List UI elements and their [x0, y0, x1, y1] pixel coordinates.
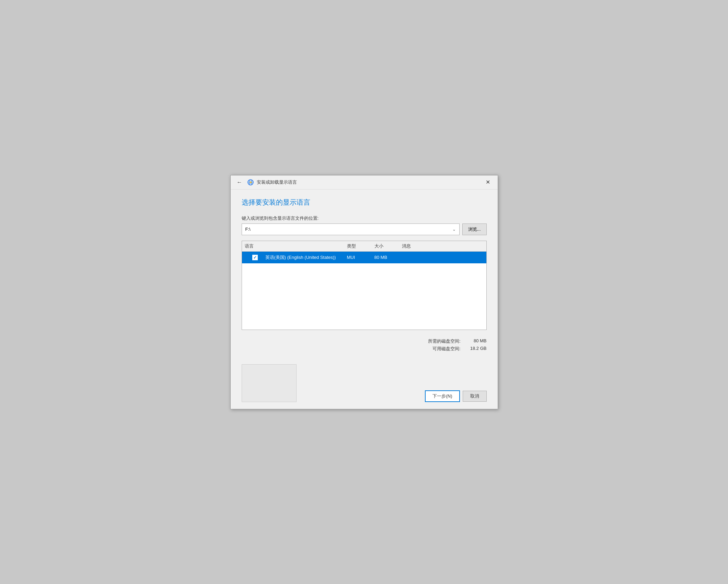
col-message: 消息	[402, 243, 484, 249]
language-checkbox[interactable]: ✓	[252, 255, 258, 260]
section-title: 选择要安装的显示语言	[242, 198, 487, 207]
available-space-row: 可用磁盘空间: 18.2 GB	[432, 346, 487, 352]
bottom-buttons: 下一步(N) 取消	[425, 390, 486, 402]
col-spacer	[265, 243, 347, 249]
language-table: 语言 类型 大小 消息 ✓ 英语(美国) (English (United St…	[242, 241, 487, 330]
col-language: 语言	[245, 243, 265, 249]
instruction-label: 键入或浏览到包含显示语言文件的位置:	[242, 215, 487, 221]
back-button[interactable]: ←	[235, 179, 244, 186]
col-type: 类型	[347, 243, 374, 249]
main-window: ← 安装或卸载显示语言 ✕ 选择要安装的显示语言 键入或浏览到包含显示语言文件的…	[230, 175, 498, 409]
bottom-left-box	[242, 364, 297, 402]
language-name: 英语(美国) (English (United States))	[265, 254, 347, 261]
instruction-section: 键入或浏览到包含显示语言文件的位置: ⌄ 浏览...	[242, 215, 487, 235]
next-button[interactable]: 下一步(N)	[425, 390, 460, 402]
close-button[interactable]: ✕	[482, 178, 494, 186]
browse-button[interactable]: 浏览...	[462, 224, 487, 235]
required-label: 所需的磁盘空间:	[428, 338, 461, 344]
svg-rect-5	[250, 182, 252, 183]
path-input[interactable]	[245, 227, 452, 232]
table-row[interactable]: ✓ 英语(美国) (English (United States)) MUI 8…	[242, 252, 486, 263]
required-space-row: 所需的磁盘空间: 80 MB	[428, 338, 487, 344]
disk-info: 所需的磁盘空间: 80 MB 可用磁盘空间: 18.2 GB	[242, 338, 487, 352]
main-content: 选择要安装的显示语言 键入或浏览到包含显示语言文件的位置: ⌄ 浏览... 语言…	[231, 190, 498, 360]
check-mark: ✓	[253, 255, 257, 260]
required-value: 80 MB	[466, 338, 487, 344]
language-type: MUI	[347, 255, 374, 260]
language-size: 80 MB	[374, 255, 402, 260]
globe-icon	[247, 179, 254, 186]
window-icon	[247, 179, 254, 186]
title-bar: ← 安装或卸载显示语言 ✕	[231, 175, 498, 190]
col-size: 大小	[374, 243, 402, 249]
bottom-section: 下一步(N) 取消	[231, 360, 498, 409]
table-header: 语言 类型 大小 消息	[242, 241, 486, 252]
available-value: 18.2 GB	[466, 346, 487, 352]
path-input-wrapper[interactable]: ⌄	[242, 224, 460, 235]
dropdown-arrow-icon[interactable]: ⌄	[452, 227, 456, 232]
title-text: 安装或卸载显示语言	[257, 179, 297, 185]
cancel-button[interactable]: 取消	[463, 391, 487, 402]
title-bar-left: ← 安装或卸载显示语言	[235, 179, 297, 186]
available-label: 可用磁盘空间:	[432, 346, 461, 352]
path-row: ⌄ 浏览...	[242, 224, 487, 235]
checkbox-cell[interactable]: ✓	[245, 255, 265, 260]
